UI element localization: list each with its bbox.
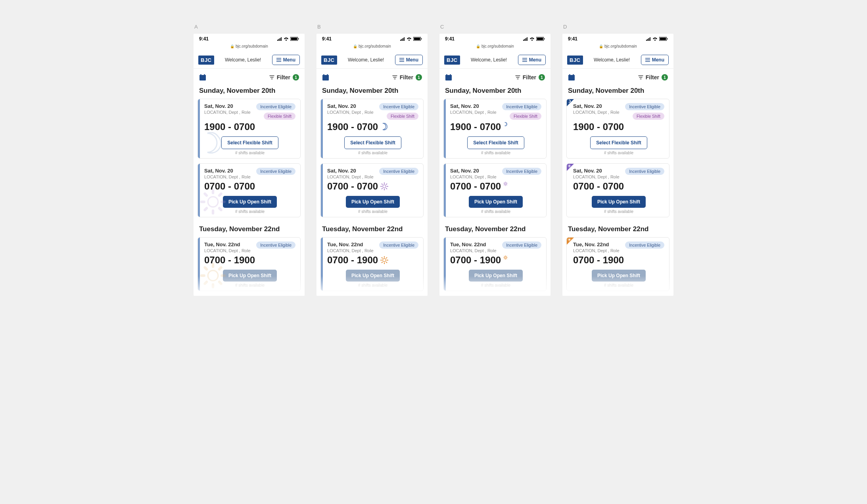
- shift-card: Tue, Nov. 22nd LOCATION, Dept , Role Inc…: [320, 237, 424, 291]
- shift-time: 0700 - 0700: [450, 181, 541, 192]
- pick-up-shift-button[interactable]: Pick Up Open Shift: [469, 270, 523, 282]
- shift-meta: LOCATION, Dept , Role: [204, 174, 251, 179]
- calendar-icon[interactable]: [445, 74, 452, 80]
- variant-label: A: [194, 24, 305, 30]
- filter-button[interactable]: Filter 1: [269, 74, 299, 80]
- shift-card: Sat, Nov. 20 LOCATION, Dept , Role Incen…: [198, 163, 301, 217]
- lock-icon: 🔒: [599, 44, 603, 48]
- menu-button[interactable]: Menu: [641, 55, 669, 65]
- incentive-badge: Incentive Eligible: [625, 241, 664, 249]
- select-flexible-shift-button[interactable]: Select Flexible Shift: [221, 136, 278, 149]
- wifi-icon: [407, 37, 412, 41]
- shift-card: Sat, Nov. 20 LOCATION, Dept , Role Incen…: [443, 99, 547, 159]
- shift-date: Sat, Nov. 20: [327, 103, 374, 109]
- shift-time: 1900 - 0700: [204, 121, 295, 132]
- shifts-available-label: # shifts available: [573, 209, 664, 214]
- calendar-icon[interactable]: [199, 74, 206, 80]
- incentive-badge: Incentive Eligible: [379, 168, 418, 175]
- filter-icon: [515, 75, 520, 79]
- app-header: BJC Welcome, Leslie! Menu: [194, 52, 305, 69]
- incentive-badge: Incentive Eligible: [625, 103, 664, 110]
- shift-time: 0700 - 1900: [327, 255, 418, 266]
- app-header: BJC Welcome, Leslie! Menu: [316, 52, 428, 69]
- welcome-text: Welcome, Leslie!: [348, 57, 384, 63]
- select-flexible-shift-button[interactable]: Select Flexible Shift: [590, 136, 647, 149]
- app-header: BJC Welcome, Leslie! Menu: [439, 52, 551, 69]
- day-header: Tuesday, November 22nd: [316, 222, 428, 237]
- lock-icon: 🔒: [476, 44, 480, 48]
- shift-meta: LOCATION, Dept , Role: [450, 174, 497, 179]
- shift-date: Tue, Nov. 22nd: [450, 241, 497, 247]
- filter-count-badge: 1: [293, 74, 299, 80]
- day-header: Tuesday, November 22nd: [562, 222, 673, 237]
- flexible-shift-badge: Flexible Shift: [633, 113, 664, 120]
- filter-icon: [638, 75, 643, 79]
- lock-icon: 🔒: [353, 44, 357, 48]
- shifts-available-label: # shifts available: [204, 209, 295, 214]
- select-flexible-shift-button[interactable]: Select Flexible Shift: [467, 136, 524, 149]
- shift-card: Sat, Nov. 20 LOCATION, Dept , Role Incen…: [320, 99, 424, 159]
- menu-button[interactable]: Menu: [272, 55, 300, 65]
- hamburger-icon: [645, 58, 650, 62]
- shift-time: 0700 - 0700: [327, 181, 418, 192]
- shift-card: Tue, Nov. 22nd LOCATION, Dept , Role Inc…: [443, 237, 547, 291]
- status-time: 9:41: [568, 36, 577, 42]
- flexible-shift-badge: Flexible Shift: [264, 113, 295, 120]
- filter-count-badge: 1: [416, 74, 422, 80]
- wifi-icon: [529, 37, 535, 41]
- sun-icon: [503, 182, 508, 186]
- shift-date: Sat, Nov. 20: [450, 168, 497, 174]
- filter-icon: [392, 75, 397, 79]
- status-bar: 9:41: [194, 34, 305, 42]
- logo: BJC: [444, 56, 460, 65]
- shifts-available-label: # shifts available: [327, 209, 418, 214]
- shift-card: Sat, Nov. 20 LOCATION, Dept , Role Incen…: [443, 163, 547, 217]
- shift-date: Sat, Nov. 20: [327, 168, 374, 174]
- sun-icon: [380, 182, 388, 190]
- shifts-available-label: # shifts available: [450, 283, 541, 287]
- status-bar: 9:41: [562, 34, 673, 42]
- shift-meta: LOCATION, Dept , Role: [327, 248, 374, 253]
- shift-time: 1900 - 0700: [573, 121, 664, 132]
- shift-time: 0700 - 1900: [573, 255, 664, 266]
- corner-ribbon-icon: [567, 238, 574, 245]
- status-time: 9:41: [445, 36, 455, 42]
- lock-icon: 🔒: [230, 44, 234, 48]
- filter-count-badge: 1: [662, 74, 668, 80]
- shift-meta: LOCATION, Dept , Role: [573, 110, 620, 115]
- flexible-shift-badge: Flexible Shift: [387, 113, 418, 120]
- calendar-icon[interactable]: [568, 74, 575, 80]
- incentive-badge: Incentive Eligible: [256, 103, 295, 110]
- calendar-icon[interactable]: [322, 74, 329, 80]
- shift-meta: LOCATION, Dept , Role: [327, 174, 374, 179]
- shift-time: 0700 - 1900: [450, 255, 541, 266]
- pick-up-shift-button[interactable]: Pick Up Open Shift: [469, 196, 523, 208]
- filter-button[interactable]: Filter 1: [392, 74, 422, 80]
- pick-up-shift-button[interactable]: Pick Up Open Shift: [592, 270, 646, 282]
- filter-button[interactable]: Filter 1: [515, 74, 545, 80]
- pick-up-shift-button[interactable]: Pick Up Open Shift: [346, 270, 400, 282]
- pick-up-shift-button[interactable]: Pick Up Open Shift: [346, 196, 400, 208]
- browser-url: 🔒 bjc.org/subdomain: [194, 42, 305, 52]
- phone-frame: 9:41 🔒 bjc.org/subdomain BJC Welcome, Le…: [194, 34, 305, 296]
- phone-frame: 9:41 🔒 bjc.org/subdomain BJC Welcome, Le…: [316, 34, 428, 296]
- incentive-badge: Incentive Eligible: [379, 103, 418, 110]
- shift-date: Sat, Nov. 20: [204, 103, 251, 109]
- phone-frame: 9:41 🔒 bjc.org/subdomain BJC Welcome, Le…: [439, 34, 551, 296]
- logo: BJC: [567, 56, 583, 65]
- shifts-available-label: # shifts available: [573, 283, 664, 287]
- status-bar: 9:41: [316, 34, 428, 42]
- menu-button[interactable]: Menu: [395, 55, 423, 65]
- pick-up-shift-button[interactable]: Pick Up Open Shift: [592, 196, 646, 208]
- shifts-available-label: # shifts available: [573, 151, 664, 155]
- shift-meta: LOCATION, Dept , Role: [204, 248, 251, 253]
- pick-up-shift-button[interactable]: Pick Up Open Shift: [223, 270, 277, 282]
- shift-card: Sat, Nov. 20 LOCATION, Dept , Role Incen…: [566, 163, 669, 217]
- incentive-badge: Incentive Eligible: [256, 168, 295, 175]
- filter-icon: [269, 75, 274, 79]
- filter-button[interactable]: Filter 1: [638, 74, 668, 80]
- corner-ribbon-icon: [567, 164, 574, 171]
- pick-up-shift-button[interactable]: Pick Up Open Shift: [223, 196, 277, 208]
- select-flexible-shift-button[interactable]: Select Flexible Shift: [344, 136, 401, 149]
- menu-button[interactable]: Menu: [518, 55, 546, 65]
